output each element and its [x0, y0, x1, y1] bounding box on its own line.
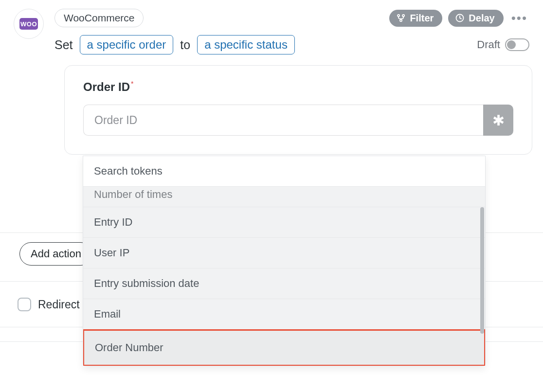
dropdown-search-row[interactable]: Search tokens [83, 156, 485, 187]
clock-icon [455, 13, 465, 23]
dropdown-item[interactable]: Entry submission date [83, 268, 485, 299]
dropdown-item[interactable]: Entry ID [83, 207, 485, 238]
token-dropdown: Search tokens Number of times Entry ID U… [83, 156, 486, 366]
sentence-word-to: to [180, 38, 190, 52]
token-specific-status[interactable]: a specific status [197, 35, 295, 54]
filter-button-label: Filter [410, 13, 434, 24]
scrollbar-thumb[interactable] [480, 207, 484, 334]
field-label: Order ID* [83, 80, 132, 94]
dropdown-item[interactable]: Number of times [83, 187, 485, 207]
field-label-text: Order ID [83, 80, 130, 93]
action-sentence: Set a specific order to a specific statu… [54, 35, 295, 54]
woocommerce-icon: WOO [19, 18, 38, 30]
dropdown-item-order-number[interactable]: Order Number [83, 329, 485, 366]
more-menu-button[interactable]: ••• [509, 11, 529, 26]
redirect-label: Redirect [38, 298, 80, 311]
integration-chip[interactable]: WooCommerce [54, 9, 144, 27]
delay-button-label: Delay [469, 13, 494, 24]
dropdown-list[interactable]: Number of times Entry ID User IP Entry s… [83, 187, 485, 366]
branch-icon [396, 13, 406, 23]
filter-button[interactable]: Filter [389, 10, 442, 27]
dropdown-item[interactable]: User IP [83, 238, 485, 268]
asterisk-icon: ✱ [492, 112, 505, 129]
draft-label: Draft [477, 38, 500, 51]
token-picker-button[interactable]: ✱ [483, 105, 513, 136]
field-panel-order-id: Order ID* ✱ [64, 65, 532, 155]
sentence-word-set: Set [54, 38, 73, 52]
integration-icon-circle: WOO [14, 9, 44, 39]
required-asterisk: * [131, 80, 133, 88]
delay-button[interactable]: Delay [448, 10, 503, 27]
redirect-checkbox[interactable] [18, 298, 31, 311]
token-specific-order[interactable]: a specific order [80, 35, 174, 54]
draft-toggle[interactable] [505, 38, 529, 51]
add-action-button[interactable]: Add action [19, 242, 92, 266]
toggle-knob [507, 40, 516, 49]
dropdown-item[interactable]: Email [83, 299, 485, 330]
order-id-input[interactable] [83, 105, 483, 136]
